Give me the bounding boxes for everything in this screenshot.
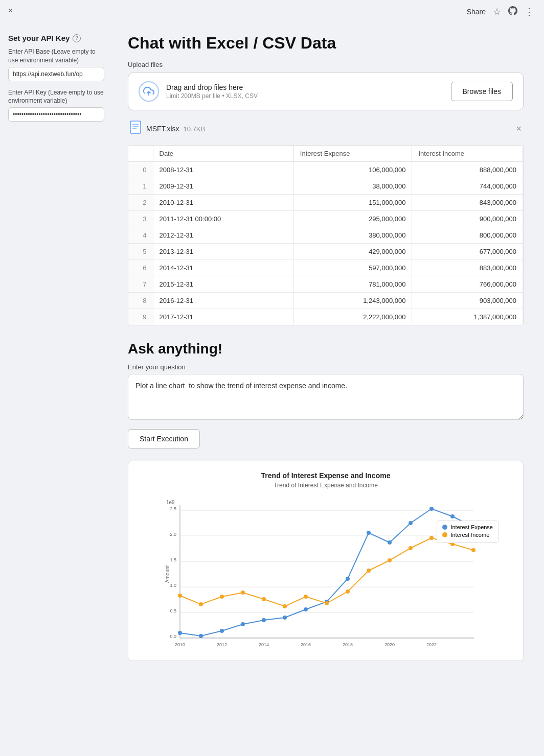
table-row: 22010-12-31151,000,000843,000,000 — [128, 195, 523, 211]
top-bar: × Share ☆ ⋮ — [0, 0, 544, 23]
file-row: MSFT.xlsx 10.7KB × — [128, 116, 524, 141]
table-cell: 2008-12-31 — [153, 162, 293, 178]
table-row: 42012-12-31380,000,000800,000,000 — [128, 227, 523, 244]
legend-income-label: Interest Income — [450, 532, 489, 538]
help-icon[interactable]: ? — [73, 34, 81, 42]
table-cell: 883,000,000 — [412, 260, 523, 276]
sidebar-title: Set your API Key ? — [8, 34, 104, 42]
upload-label: Upload files — [128, 61, 524, 68]
svg-text:2010: 2010 — [175, 642, 185, 647]
svg-text:1.0: 1.0 — [170, 583, 176, 588]
svg-point-23 — [241, 622, 245, 626]
table-cell: 151,000,000 — [293, 195, 412, 211]
table-cell: 888,000,000 — [412, 162, 523, 178]
legend-expense-label: Interest Expense — [450, 524, 493, 530]
table-cell: 2011-12-31 00:00:00 — [153, 211, 293, 227]
svg-text:2022: 2022 — [426, 642, 437, 647]
svg-point-42 — [325, 601, 329, 605]
svg-point-44 — [367, 569, 371, 573]
svg-point-22 — [220, 629, 224, 633]
svg-point-20 — [178, 631, 182, 635]
start-execution-button[interactable]: Start Execution — [128, 429, 200, 448]
svg-point-36 — [199, 602, 203, 606]
table-cell: 903,000,000 — [412, 293, 523, 309]
api-key-input[interactable] — [8, 107, 104, 122]
data-table-wrapper: Date Interest Expense Interest Income 02… — [128, 145, 524, 325]
table-row: 12009-12-3138,000,000744,000,000 — [128, 178, 523, 195]
svg-point-35 — [178, 594, 182, 598]
svg-point-30 — [388, 540, 392, 545]
table-cell: 781,000,000 — [293, 276, 412, 293]
table-cell: 2015-12-31 — [153, 276, 293, 293]
svg-text:2016: 2016 — [301, 642, 311, 647]
svg-point-29 — [367, 531, 371, 535]
table-cell: 2017-12-31 — [153, 309, 293, 325]
file-remove-button[interactable]: × — [516, 124, 522, 134]
table-cell: 2,222,000,000 — [293, 309, 412, 325]
table-cell: 429,000,000 — [293, 244, 412, 260]
svg-point-43 — [346, 589, 350, 594]
browse-files-button[interactable]: Browse files — [451, 82, 513, 101]
table-cell: 2013-12-31 — [153, 244, 293, 260]
ask-label: Enter your question — [128, 363, 524, 371]
table-cell: 900,000,000 — [412, 211, 523, 227]
ask-textarea[interactable]: Plot a line chart to show the trend of i… — [128, 374, 524, 420]
github-icon[interactable] — [508, 6, 517, 17]
svg-point-31 — [409, 521, 413, 525]
table-cell: 1,387,000,000 — [412, 309, 523, 325]
svg-text:2020: 2020 — [384, 642, 395, 647]
chart-legend: Interest Expense Interest Income — [437, 521, 498, 543]
legend-income-dot — [442, 532, 447, 537]
svg-text:1.5: 1.5 — [170, 557, 176, 562]
table-cell: 2016-12-31 — [153, 293, 293, 309]
table-header-date: Date — [153, 146, 293, 162]
data-table: Date Interest Expense Interest Income 02… — [128, 146, 523, 325]
table-row: 52013-12-31429,000,000677,000,000 — [128, 244, 523, 260]
page-title: Chat with Excel / CSV Data — [128, 34, 524, 53]
upload-zone-left: Drag and drop files here Limit 200MB per… — [139, 81, 258, 102]
table-cell: 5 — [128, 244, 153, 260]
table-header-index — [128, 146, 153, 162]
legend-income: Interest Income — [442, 532, 493, 538]
table-cell: 677,000,000 — [412, 244, 523, 260]
legend-expense-dot — [442, 525, 447, 530]
table-cell: 106,000,000 — [293, 162, 412, 178]
table-cell: 744,000,000 — [412, 178, 523, 195]
svg-point-21 — [199, 634, 203, 638]
table-cell: 2010-12-31 — [153, 195, 293, 211]
share-button[interactable]: Share — [467, 8, 486, 16]
table-cell: 0 — [128, 162, 153, 178]
layout: Set your API Key ? Enter API Base (Leave… — [0, 23, 544, 754]
legend-expense: Interest Expense — [442, 524, 493, 530]
file-icon — [130, 121, 141, 137]
table-cell: 843,000,000 — [412, 195, 523, 211]
file-name: MSFT.xlsx — [146, 125, 179, 133]
svg-text:0.0: 0.0 — [170, 634, 176, 639]
top-bar-actions: Share ☆ ⋮ — [467, 6, 534, 17]
table-cell: 3 — [128, 211, 153, 227]
svg-text:2018: 2018 — [343, 642, 353, 647]
close-icon[interactable]: × — [8, 6, 13, 15]
star-icon[interactable]: ☆ — [493, 6, 501, 17]
chart-title: Trend of Interest Expense and Income — [139, 471, 513, 480]
chart-subtitle: Trend of Interest Expense and Income — [139, 482, 513, 489]
table-cell: 38,000,000 — [293, 178, 412, 195]
table-cell: 380,000,000 — [293, 227, 412, 244]
svg-text:1e9: 1e9 — [166, 500, 175, 505]
table-header-row: Date Interest Expense Interest Income — [128, 146, 523, 162]
svg-text:Amount: Amount — [165, 565, 170, 583]
more-options-icon[interactable]: ⋮ — [525, 6, 534, 17]
svg-point-40 — [283, 604, 287, 608]
api-key-label: Enter API Key (Leave empty to use enviro… — [8, 88, 104, 106]
file-size: 10.7KB — [184, 125, 206, 133]
api-base-input[interactable] — [8, 67, 104, 81]
table-cell: 800,000,000 — [412, 227, 523, 244]
api-base-label: Enter API Base (Leave empty to use envir… — [8, 48, 104, 65]
main-content: Chat with Excel / CSV Data Upload files … — [112, 23, 544, 754]
svg-point-32 — [429, 507, 434, 511]
upload-zone[interactable]: Drag and drop files here Limit 200MB per… — [128, 73, 524, 110]
svg-point-37 — [220, 595, 224, 599]
svg-point-38 — [241, 590, 245, 595]
table-cell: 2012-12-31 — [153, 227, 293, 244]
table-row: 02008-12-31106,000,000888,000,000 — [128, 162, 523, 178]
